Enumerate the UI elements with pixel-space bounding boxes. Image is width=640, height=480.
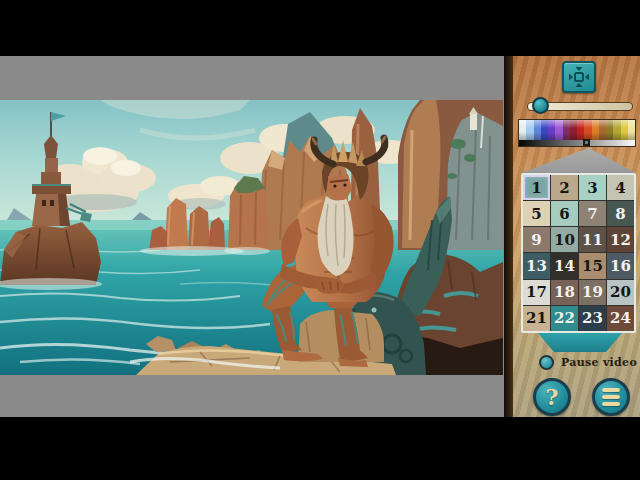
game-window: 123456789101112131415161718192021222324 … (0, 0, 640, 480)
color-number-grid: 123456789101112131415161718192021222324 (521, 173, 636, 333)
painting-canvas[interactable] (0, 100, 503, 375)
palette-ribbon (538, 333, 622, 352)
palette-cell-20[interactable]: 20 (607, 280, 634, 305)
spectrum-color-9[interactable] (577, 120, 584, 140)
zoom-slider-track[interactable] (527, 102, 633, 111)
spectrum-color-6[interactable] (555, 120, 562, 140)
palette-cell-19[interactable]: 19 (579, 280, 606, 305)
spectrum-color-1[interactable] (519, 120, 526, 140)
spectrum-color-15[interactable] (621, 120, 628, 140)
palette-cell-24[interactable]: 24 (607, 306, 634, 331)
spectrum-color-14[interactable] (613, 120, 620, 140)
spectrum-color-5[interactable] (548, 120, 555, 140)
hue-strip[interactable] (519, 120, 635, 140)
spectrum-color-8[interactable] (570, 120, 577, 140)
palette-cell-12[interactable]: 12 (607, 227, 634, 252)
palette-pointer-triangle (521, 148, 636, 173)
grayscale-marker[interactable] (583, 139, 590, 146)
palette-cell-15[interactable]: 15 (579, 253, 606, 278)
spectrum-color-7[interactable] (563, 120, 570, 140)
sidebar-border (504, 56, 513, 417)
sidebar: 123456789101112131415161718192021222324 … (513, 56, 640, 417)
picture-frame (0, 56, 504, 417)
palette-cell-11[interactable]: 11 (579, 227, 606, 252)
menu-button[interactable] (592, 378, 630, 416)
color-spectrum[interactable] (518, 119, 636, 147)
menu-icon (602, 388, 620, 392)
palette-cell-1[interactable]: 1 (523, 175, 550, 200)
palette-cell-14[interactable]: 14 (551, 253, 578, 278)
spectrum-color-11[interactable] (592, 120, 599, 140)
pause-video-label: Pause video (561, 356, 637, 369)
pause-video-checkbox[interactable] (539, 355, 554, 370)
palette-cell-17[interactable]: 17 (523, 280, 550, 305)
grayscale-strip[interactable] (519, 140, 635, 146)
palette-cell-3[interactable]: 3 (579, 175, 606, 200)
spectrum-color-16[interactable] (628, 120, 635, 140)
pause-video-control[interactable]: Pause video (539, 355, 637, 370)
palette-cell-5[interactable]: 5 (523, 201, 550, 226)
zoom-slider-knob[interactable] (532, 97, 549, 114)
spectrum-color-4[interactable] (541, 120, 548, 140)
palette-cell-21[interactable]: 21 (523, 306, 550, 331)
spectrum-color-10[interactable] (584, 120, 591, 140)
palette-cell-6[interactable]: 6 (551, 201, 578, 226)
palette-cell-13[interactable]: 13 (523, 253, 550, 278)
palette-cell-10[interactable]: 10 (551, 227, 578, 252)
palette-cell-9[interactable]: 9 (523, 227, 550, 252)
spectrum-color-2[interactable] (526, 120, 533, 140)
spectrum-color-12[interactable] (599, 120, 606, 140)
palette-cell-2[interactable]: 2 (551, 175, 578, 200)
palette-cell-23[interactable]: 23 (579, 306, 606, 331)
palette-cell-18[interactable]: 18 (551, 280, 578, 305)
spectrum-color-3[interactable] (534, 120, 541, 140)
help-label: ? (546, 386, 559, 408)
center-view-button[interactable] (562, 61, 596, 93)
help-button[interactable]: ? (533, 378, 571, 416)
center-view-icon (567, 65, 591, 89)
palette-cell-8[interactable]: 8 (607, 201, 634, 226)
palette-cell-7[interactable]: 7 (579, 201, 606, 226)
spectrum-color-13[interactable] (606, 120, 613, 140)
content-area: 123456789101112131415161718192021222324 … (0, 56, 640, 417)
palette-cell-22[interactable]: 22 (551, 306, 578, 331)
palette-cell-16[interactable]: 16 (607, 253, 634, 278)
palette-cell-4[interactable]: 4 (607, 175, 634, 200)
